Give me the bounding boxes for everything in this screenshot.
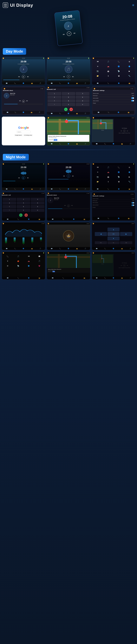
n-app-icon-1[interactable]: 🗺 [96,166,100,169]
app-icon-dvr[interactable]: 📽 [117,74,121,78]
n-app-icon-13[interactable]: 📁 [96,180,100,184]
call-answer-btn[interactable]: 📞 [64,108,68,111]
key-7[interactable]: 7 [48,99,61,102]
app-icon-misc[interactable]: 🔧 [128,74,131,78]
not-playing-next[interactable]: ⏭ [127,130,128,132]
nav-btn-back[interactable]: BK [108,241,120,244]
app-icon-android[interactable]: 🤖 [106,70,110,73]
n-key-9[interactable]: 9 [31,205,44,208]
eq-bar-2[interactable] [14,238,16,242]
n-app-icon-10[interactable]: 🤖 [106,175,110,179]
n-go-btn[interactable]: GO [52,271,55,272]
app-icon-music[interactable]: 🎵 [106,60,110,64]
n-app-icon-9[interactable]: 📷 [96,175,100,179]
n-app-icon-16[interactable]: 🔧 [128,180,131,184]
n-cp-misc1[interactable]: 📡 [16,264,20,268]
n-cp-maps[interactable]: 🗺 [27,254,30,258]
key-2[interactable]: 2 [62,92,75,95]
nav-right-btn[interactable]: ▶ [120,232,132,236]
eq-bar-3[interactable] [22,238,24,244]
key-6[interactable]: 6 [76,96,89,99]
n-bt-prev[interactable]: ⏮ [64,204,66,207]
n-prev-btn-1[interactable]: ⏮ [18,177,20,179]
n-app-icon-12[interactable]: ▶ [128,175,131,179]
n-play-btn-1[interactable]: ▶ [22,176,25,180]
not-playing-play[interactable]: ▶ [123,130,126,132]
app-icon-telegram[interactable]: ✈ [96,64,100,68]
app-icon-settings[interactable]: ⚙ [128,60,131,64]
nav-up-btn[interactable]: ▲ [108,228,120,232]
app-icon-phone[interactable]: 📞 [117,60,121,64]
n-cp-music[interactable]: 🎵 [16,254,20,258]
n-key-4[interactable]: 4 [3,202,16,204]
nav-btn-menu[interactable]: MN [120,241,132,244]
call-end-btn[interactable]: 📵 [70,108,73,111]
app-icon-cam[interactable]: 📷 [96,70,100,73]
app-icon-bt2[interactable]: 🔷 [128,64,131,68]
app-icon-wifi[interactable]: 📡 [117,70,121,73]
key-8[interactable]: 8 [62,99,75,102]
n-app-icon-14[interactable]: ℹ [106,180,110,184]
n-key-6[interactable]: 6 [31,202,44,204]
n-cp-phone[interactable]: 📞 [6,254,10,258]
prev-btn-2[interactable]: ⏮ [63,76,65,78]
n-cp-podcast[interactable]: 🎙 [6,259,10,263]
n-cp-settings[interactable]: ⚙ [6,264,10,268]
go-button[interactable]: GO [54,139,58,141]
n-cp-misc2[interactable]: 🔷 [27,264,30,268]
app-icon-info[interactable]: ℹ [106,74,110,78]
nav-down-btn[interactable]: ▼ [108,236,120,240]
n-key-7[interactable]: 7 [3,205,16,208]
nav-left-btn[interactable]: ◀ [95,232,107,236]
n-call-answer[interactable]: 📞 [19,214,22,217]
prev-btn-1[interactable]: ⏮ [18,76,20,78]
app-icon-file[interactable]: 📁 [96,74,100,78]
n-bt-auto-connect-toggle[interactable] [132,204,134,206]
key-0[interactable]: 0 [62,103,75,106]
not-playing-prev[interactable]: ⏮ [121,130,122,132]
n-key-8[interactable]: 8 [17,205,30,208]
n-cp-waze[interactable]: 🚗 [27,259,30,263]
key-hash[interactable]: # [76,103,89,106]
n-app-icon-2[interactable]: 🎵 [106,166,110,169]
n-call-end[interactable]: 📵 [24,214,28,217]
google-lucky-btn[interactable]: I'm Feeling Lucky [23,134,32,136]
n-cp-misc3[interactable]: 💗 [38,264,41,268]
n-key-star[interactable]: * [3,209,16,212]
app-icon-waze[interactable]: 🚗 [106,64,110,68]
next-btn-2[interactable]: ⏭ [72,76,74,78]
bt-next-btn[interactable]: ⏭ [26,100,28,103]
nav-ok-btn[interactable]: OK [108,232,120,236]
hamburger-icon[interactable] [3,2,8,8]
n-key-1[interactable]: 1 [3,198,16,201]
nav-btn-home[interactable]: HM [95,241,107,244]
app-icon-bt[interactable]: 🔵 [117,64,121,68]
key-4[interactable]: 4 [48,96,61,99]
eq-bar-5[interactable] [40,238,42,240]
n-not-prev[interactable]: ⏮ [121,265,122,266]
app-icon-maps[interactable]: 🗺 [96,60,100,64]
key-star[interactable]: * [48,103,61,106]
key-5[interactable]: 5 [62,96,75,99]
bt-play-btn[interactable]: ▶ [22,100,25,103]
n-bt-next[interactable]: ⏭ [71,204,73,207]
next-icon[interactable]: ⏭ [74,32,76,34]
n-cp-msg[interactable]: 💬 [38,254,41,258]
key-3[interactable]: 3 [76,92,89,95]
play-btn-2[interactable]: ⏸ [67,75,70,78]
n-not-next[interactable]: ⏭ [127,265,128,266]
eq-bar-1[interactable] [5,238,7,243]
n-cp-apple[interactable]: 🍎 [16,259,20,263]
n-app-icon-15[interactable]: 📽 [117,180,121,184]
n-key-3[interactable]: 3 [31,198,44,201]
bt-auto-connect-toggle[interactable] [131,100,134,102]
prev-icon[interactable]: ⏮ [63,33,65,36]
n-app-icon-5[interactable]: ✈ [96,170,100,174]
play-pause-icon[interactable]: ⏸ [67,31,72,36]
n-next-btn-2[interactable]: ⏭ [72,175,74,177]
google-search-btn[interactable]: Google Search [14,134,23,136]
n-app-icon-3[interactable]: 📞 [117,166,121,169]
n-app-icon-6[interactable]: 🚗 [106,170,110,174]
n-not-play[interactable]: ▶ [123,264,126,267]
n-app-icon-7[interactable]: 🔵 [117,170,121,174]
